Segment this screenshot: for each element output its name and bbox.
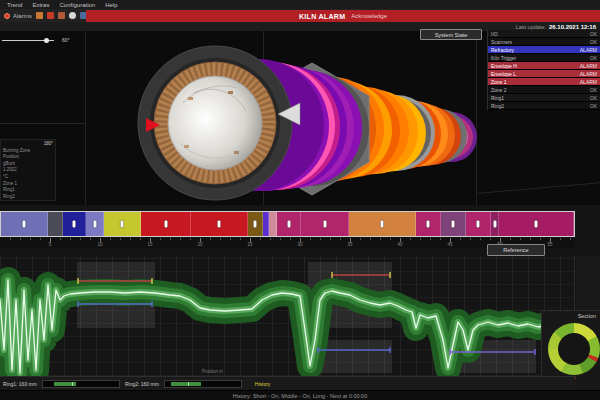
temperature-band[interactable]	[0, 211, 575, 237]
segment-marker	[427, 221, 430, 228]
ruler-tick	[170, 238, 171, 240]
io-row-envelope-h[interactable]: Envelope HALARM	[488, 62, 600, 70]
wireframe-line	[85, 31, 86, 205]
menu-item-configuration[interactable]: Configuration	[59, 2, 95, 8]
kiln-monitor-app: TrendExtrasConfigurationHelp Alarms KILN…	[0, 0, 600, 400]
io-row-kiln-trigger[interactable]: Kiln TriggerOK	[488, 54, 600, 62]
band-segment-18[interactable]	[499, 212, 574, 236]
band-segment-2[interactable]	[48, 212, 63, 236]
ruler-label: 20	[197, 242, 202, 247]
trend-chart[interactable]	[0, 256, 575, 376]
band-segment-14[interactable]	[416, 212, 441, 236]
ruler-tick	[130, 238, 131, 240]
status-bar: History: Short - On, Middle - On, Long -…	[0, 390, 600, 400]
segment-marker	[477, 221, 480, 228]
rotation-value: 60°	[62, 37, 70, 43]
ruler-tick	[10, 238, 11, 240]
rotation-slider[interactable]: 60°	[2, 38, 60, 43]
info-line: Position	[3, 154, 53, 161]
rings-bar: Ring1: 160 mm Ring2: 160 mm History	[0, 376, 575, 390]
ruler-tick	[280, 238, 281, 240]
ring2-fill	[171, 382, 201, 386]
record-icon[interactable]	[69, 12, 76, 19]
band-segment-6[interactable]	[141, 212, 191, 236]
ruler-tick	[330, 238, 331, 240]
io-row-refractory[interactable]: RefractoryALARM	[488, 46, 600, 54]
kiln-interior	[168, 76, 262, 170]
band-segment-13[interactable]	[349, 212, 416, 236]
ruler-label: 15	[147, 242, 152, 247]
info-line: Ring2	[3, 194, 53, 201]
reference-button[interactable]: Reference	[487, 244, 545, 256]
io-row-i-o[interactable]: I/OOK	[488, 30, 600, 38]
io-row-zone-1[interactable]: Zone 1ALARM	[488, 78, 600, 86]
menu-item-help[interactable]: Help	[105, 2, 117, 8]
last-update-label: Last update:	[516, 24, 546, 30]
io-status-panel: I/OOKScannersOKRefractoryALARMKiln Trigg…	[487, 30, 600, 110]
band-segment-3[interactable]	[63, 212, 86, 236]
band-segment-15[interactable]	[441, 212, 466, 236]
io-row-envelope-l[interactable]: Envelope LALARM	[488, 70, 600, 78]
io-row-scanners[interactable]: ScannersOK	[488, 38, 600, 46]
io-row-name: Ring2	[491, 103, 504, 109]
io-row-status: ALARM	[580, 79, 597, 85]
band-segment-10[interactable]	[269, 212, 277, 236]
segment-marker	[254, 221, 257, 228]
ruler-tick	[440, 238, 441, 240]
alarms-button[interactable]: Alarms	[13, 13, 32, 19]
kiln-view-icon[interactable]	[47, 12, 54, 19]
report-icon[interactable]	[36, 12, 43, 19]
segment-marker	[535, 221, 538, 228]
ruler-tick	[480, 238, 481, 240]
zone-info-panel: 180° Burning ZonePositiongBurn1.2922°CZo…	[0, 139, 56, 201]
ruler-label: 10	[97, 242, 102, 247]
band-segment-8[interactable]	[248, 212, 263, 236]
ruler-tick	[270, 238, 271, 240]
wireframe-line	[0, 123, 85, 124]
io-row-name: Scanners	[491, 39, 512, 45]
band-segment-5[interactable]	[104, 212, 141, 236]
slider-knob[interactable]	[44, 38, 49, 43]
alarm-banner[interactable]: KILN ALARM Acknowledge	[86, 10, 600, 22]
io-row-ring1[interactable]: Ring1OK	[488, 94, 600, 102]
system-state-button[interactable]: System State	[420, 29, 482, 40]
ruler-label: 35	[347, 242, 352, 247]
band-segment-11[interactable]	[277, 212, 301, 236]
menu-bar: TrendExtrasConfigurationHelp	[0, 0, 600, 9]
flag-icon[interactable]	[58, 12, 65, 19]
kiln-model[interactable]	[88, 33, 480, 203]
segment-marker	[452, 221, 455, 228]
alarm-bell-icon[interactable]	[4, 13, 10, 19]
ruler-label: 5	[49, 242, 52, 247]
ruler-tick	[370, 238, 371, 240]
ruler-tick	[470, 238, 471, 240]
band-segment-1[interactable]	[1, 212, 48, 236]
io-row-name: Refractory	[491, 47, 514, 53]
alarm-title: KILN ALARM	[299, 13, 345, 20]
band-segment-16[interactable]	[466, 212, 491, 236]
ruler-label: 25	[247, 242, 252, 247]
band-segment-12[interactable]	[301, 212, 349, 236]
ring2-label: Ring2: 160 mm	[125, 381, 159, 387]
ruler-tick	[430, 238, 431, 240]
ruler-tick	[380, 238, 381, 240]
ring1-label: Ring1: 160 mm	[3, 381, 37, 387]
ruler-label: 40	[397, 242, 402, 247]
alarm-subtitle: Acknowledge	[351, 13, 387, 19]
menu-item-extras[interactable]: Extras	[32, 2, 49, 8]
ruler-label: 30	[297, 242, 302, 247]
io-row-status: OK	[590, 55, 597, 61]
io-row-name: Envelope H	[491, 63, 517, 69]
section-donut-gauge	[548, 323, 600, 375]
io-row-ring2[interactable]: Ring2OK	[488, 102, 600, 110]
band-segment-4[interactable]	[86, 212, 104, 236]
io-row-zone-2[interactable]: Zone 2OK	[488, 86, 600, 94]
position-in-label: Position in	[202, 369, 223, 374]
band-segment-7[interactable]	[191, 212, 248, 236]
menu-item-trend[interactable]: Trend	[7, 2, 22, 8]
info-line: Ring1	[3, 187, 53, 194]
band-segment-17[interactable]	[491, 212, 499, 236]
history-toggle[interactable]: History	[255, 381, 271, 387]
ruler-tick	[410, 238, 411, 240]
ruler-tick	[290, 238, 291, 240]
